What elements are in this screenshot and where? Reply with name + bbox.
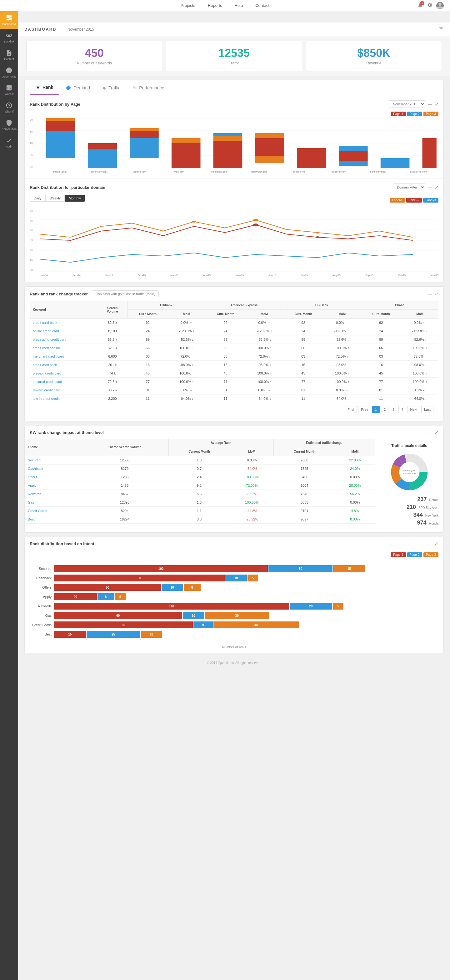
cell-avg-mom: 100.00% (230, 473, 274, 481)
intent-row-label: Cashback (30, 576, 52, 580)
theme-expand[interactable]: ⤢ (435, 430, 439, 435)
notification-icon[interactable]: 3 (418, 2, 423, 9)
tab-performance[interactable]: ✎ Performance (127, 80, 170, 95)
cell-keyword: online credit card (30, 327, 97, 336)
sidebar-item-backlink[interactable]: Backlink (0, 29, 18, 46)
cell-c1: 03 (127, 352, 168, 361)
footer: © 2014 iQuanti, Inc. All rights reserved… (18, 657, 450, 668)
rank-dist-date-select[interactable]: November 2015 (389, 100, 425, 108)
th-volume: SearchVolume (97, 301, 127, 318)
cell-m2: 100.0% ↑ (246, 344, 283, 352)
sub-tab-daily[interactable]: Daily (30, 195, 45, 202)
sub-tab-weekly[interactable]: Weekly (45, 195, 65, 202)
cell-c2: 89 (205, 336, 246, 344)
tab-traffic[interactable]: ◆ Traffic (96, 80, 127, 95)
tracker-minimize[interactable]: — (428, 291, 432, 296)
cell-est-curr: 7645 (274, 490, 335, 498)
page-2[interactable]: 2 (381, 406, 388, 413)
svg-rect-10 (130, 138, 159, 158)
cell-volume: 8,100 (97, 327, 127, 336)
svg-rect-15 (213, 141, 243, 168)
domain-line-chart: 90 75 60 45 30 15 00 (30, 209, 439, 277)
nav-reports[interactable]: Reports (205, 1, 225, 10)
table-row: Rewards 8457 5.6 -56.2% 7645 56.2% (25, 490, 375, 498)
domain-filter-select[interactable]: Domain Filter (393, 183, 425, 191)
page-last[interactable]: Last (421, 406, 433, 413)
th-est-traffic: Estimated traffic change (274, 439, 375, 447)
intent-bar-group: 50 10 8 (54, 584, 439, 591)
svg-rect-19 (255, 133, 284, 138)
svg-rect-8 (88, 150, 117, 168)
cell-m3: -98.0% ↓ (324, 361, 361, 369)
intent-minimize[interactable]: — (428, 541, 432, 546)
cell-c1: 66 (127, 344, 168, 352)
page-4[interactable]: 4 (398, 406, 406, 413)
sidebar-item-content[interactable]: Content (0, 46, 18, 64)
intent-bar-p3: 15 (333, 565, 365, 572)
rank-domain-section: Rank Distribution for particular domain … (25, 178, 444, 282)
theme-title: KW rank change impact at theme level (30, 430, 104, 435)
page-first[interactable]: First (345, 406, 357, 413)
sidebar-item-dashboard[interactable]: Dashboard (0, 11, 18, 29)
cell-m2: 0.0% ↔ (246, 386, 283, 395)
user-avatar[interactable] (436, 2, 444, 10)
intent-legend-p1: Page-1 (391, 552, 405, 557)
nav-projects[interactable]: Projects (178, 1, 199, 10)
legend-label1: Label-1 (390, 198, 405, 202)
sidebar-item-analysis[interactable]: What-If (0, 81, 18, 99)
intent-bar-p3: 5 (248, 574, 258, 581)
svg-point-36 (316, 232, 320, 234)
line-chart-svg (40, 209, 439, 272)
cell-c3: 45 (283, 369, 323, 378)
rank-dist-minimize[interactable]: — (428, 102, 432, 107)
cell-m2: 100.0% ↑ (246, 369, 283, 378)
intent-bar-group: 60 10 30 (54, 612, 439, 619)
cell-est-curr: 1725 (274, 465, 335, 473)
cell-volume: 201 k (97, 361, 127, 369)
locale-item-sfo: 210 SFO Bay Area (380, 504, 439, 511)
tracker-expand[interactable]: ⤢ (435, 291, 439, 296)
intent-expand[interactable]: ⤢ (435, 541, 439, 546)
sub-tab-monthly[interactable]: Monthly (65, 195, 85, 202)
settings-icon[interactable] (427, 2, 433, 9)
nav-help[interactable]: Help (231, 1, 246, 10)
kpi-revenue-value: $850K (313, 46, 435, 60)
tab-demand[interactable]: 🔷 Demand (59, 80, 96, 95)
rank-dist-title: Rank Distribution by Page (30, 102, 80, 107)
cell-c4: 66 (361, 344, 401, 352)
legend-page1: Page-1 (391, 111, 405, 116)
cell-c3: 11 (283, 395, 323, 403)
sidebar-item-competition[interactable]: Competition (0, 116, 18, 134)
rank-domain-minimize[interactable]: — (428, 185, 432, 190)
rank-dist-expand[interactable]: ⤢ (435, 102, 439, 107)
page-next[interactable]: Next (407, 406, 420, 413)
cell-m1: 72.0% ↑ (168, 352, 205, 361)
line-chart-x-labels: Nov-14Dec-14Jan-15Feb-15Mar-15Apr-15May-… (40, 273, 439, 277)
cell-c4: 16 (361, 361, 401, 369)
cell-volume: 6,600 (97, 352, 127, 361)
header-bar: DASHBOARD | November 2015 (18, 22, 450, 36)
sidebar-item-whatif[interactable]: What-If (0, 99, 18, 116)
cell-est-curr: 9897 (274, 515, 335, 523)
filter-icon[interactable] (439, 26, 444, 32)
sidebar-item-audit[interactable]: Audit (0, 134, 18, 151)
tab-rank[interactable]: ★ Rank (30, 80, 59, 95)
locale-title: Traffic locale details (380, 444, 439, 448)
table-row: Apply 1485 9.2 72.00% 1004 28.00% (25, 481, 375, 490)
page-1[interactable]: 1 (372, 406, 380, 413)
cell-avg-curr: 9.2 (169, 481, 230, 490)
nav-contact[interactable]: Contact (252, 1, 272, 10)
cell-volume: 74 k (97, 369, 127, 378)
page-prev[interactable]: Prev (358, 406, 371, 413)
rank-dist-section: Rank Distribution by Page November 2015 … (25, 95, 444, 178)
rank-domain-expand[interactable]: ⤢ (435, 185, 439, 190)
svg-point-35 (192, 221, 196, 223)
legend-page2: Page-2 (407, 111, 422, 116)
theme-minimize[interactable]: — (428, 430, 432, 435)
th-citibank: Citibank (127, 301, 205, 310)
page-3[interactable]: 3 (390, 406, 397, 413)
intent-bar-group: 20 8 5 (54, 593, 439, 600)
sidebar-item-opportunity[interactable]: Opportunity (0, 64, 18, 81)
star-icon: ★ (36, 85, 40, 90)
cell-m4: -52.6% ↓ (402, 336, 439, 344)
